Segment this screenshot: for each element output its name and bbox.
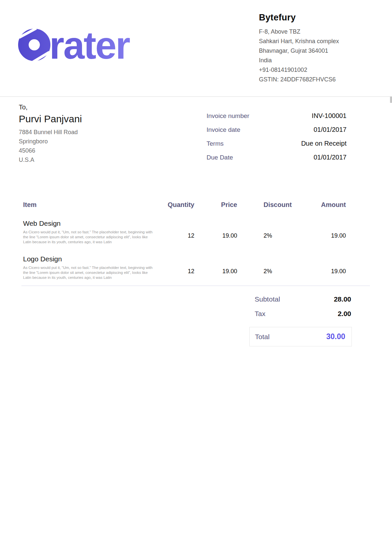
crater-logo-mark-icon: [19, 28, 49, 62]
company-gstin: GSTIN: 24DDF7682FHVCS6: [259, 75, 384, 84]
item-description: As Cicero would put it, “Um, not so fast…: [23, 230, 156, 245]
item-description: As Cicero would put it, “Um, not so fast…: [23, 265, 156, 280]
item-quantity: 12: [156, 255, 194, 275]
customer-address-line: U.S.A: [19, 155, 157, 164]
totals-divider: [21, 285, 370, 286]
invoice-number-row: Invoice number INV-100001: [207, 111, 347, 120]
total-box: Total 30.00: [249, 327, 352, 346]
company-address: F-8, Above TBZ Sahkari Hart, Krishna com…: [259, 27, 384, 84]
item-amount: 19.00: [296, 219, 346, 239]
item-name: Web Design: [23, 219, 156, 227]
due-date-value: 01/01/2017: [314, 153, 347, 162]
invoice-date-value: 01/01/2017: [314, 125, 347, 134]
tax-label: Tax: [255, 310, 266, 318]
invoice-header: rater Bytefury F-8, Above TBZ Sahkari Ha…: [0, 0, 392, 97]
company-phone: +91-08141901002: [259, 65, 384, 75]
item-discount: 2%: [237, 219, 296, 239]
tax-row: Tax 2.00: [249, 310, 352, 318]
item-amount: 19.00: [296, 255, 346, 275]
item-price: 19.00: [194, 255, 237, 275]
total-label: Total: [255, 333, 269, 341]
due-date-row: Due Date 01/01/2017: [207, 153, 347, 162]
customer-address-line: 7884 Bunnel Hill Road: [19, 128, 157, 137]
items-table: Item Quantity Price Discount Amount Web …: [23, 201, 346, 280]
company-block: Bytefury F-8, Above TBZ Sahkari Hart, Kr…: [259, 13, 384, 84]
company-name: Bytefury: [259, 13, 384, 23]
item-quantity: 12: [156, 219, 194, 239]
company-address-line: Sahkari Hart, Krishna complex: [259, 37, 384, 46]
invoice-number-label: Invoice number: [207, 111, 249, 120]
table-row: Web Design As Cicero would put it, “Um, …: [23, 219, 346, 245]
header-item: Item: [23, 201, 156, 209]
item-cell: Web Design As Cicero would put it, “Um, …: [23, 219, 156, 245]
company-address-line: F-8, Above TBZ: [259, 27, 384, 37]
crater-logo-text: rater: [49, 24, 130, 63]
header-quantity: Quantity: [156, 201, 194, 209]
total-value: 30.00: [326, 332, 345, 341]
item-discount: 2%: [237, 255, 296, 275]
crater-logo: rater: [14, 22, 159, 63]
due-date-label: Due Date: [207, 153, 233, 162]
bill-to-block: To, Purvi Panjvani 7884 Bunnel Hill Road…: [19, 103, 157, 164]
customer-address-line: 45066: [19, 146, 157, 155]
subtotal-value: 28.00: [334, 295, 351, 303]
table-row: Logo Design As Cicero would put it, “Um,…: [23, 255, 346, 280]
terms-row: Terms Due on Receipt: [207, 139, 347, 148]
tax-value: 2.00: [338, 310, 351, 318]
terms-label: Terms: [207, 139, 224, 148]
header-discount: Discount: [237, 201, 296, 209]
invoice-document: rater Bytefury F-8, Above TBZ Sahkari Ha…: [0, 0, 392, 555]
customer-name: Purvi Panjvani: [19, 113, 157, 125]
invoice-date-label: Invoice date: [207, 125, 240, 134]
customer-address-line: Springboro: [19, 137, 157, 146]
invoice-date-row: Invoice date 01/01/2017: [207, 125, 347, 134]
header-amount: Amount: [296, 201, 346, 209]
crater-logo-graphic: rater: [14, 22, 159, 63]
header-price: Price: [194, 201, 237, 209]
terms-value: Due on Receipt: [301, 139, 347, 148]
subtotal-label: Subtotal: [255, 295, 280, 303]
customer-address: 7884 Bunnel Hill Road Springboro 45066 U…: [19, 128, 157, 164]
subtotal-row: Subtotal 28.00: [249, 295, 352, 303]
items-table-header: Item Quantity Price Discount Amount: [23, 201, 346, 209]
company-address-line: India: [259, 56, 384, 65]
scrollbar-thumb[interactable]: [390, 97, 392, 103]
bill-to-label: To,: [19, 103, 157, 111]
totals-block: Subtotal 28.00 Tax 2.00 Total 30.00: [249, 291, 352, 346]
item-price: 19.00: [194, 219, 237, 239]
item-cell: Logo Design As Cicero would put it, “Um,…: [23, 255, 156, 280]
invoice-meta: Invoice number INV-100001 Invoice date 0…: [207, 111, 347, 167]
item-name: Logo Design: [23, 255, 156, 263]
invoice-number-value: INV-100001: [312, 111, 347, 120]
company-address-line: Bhavnagar, Gujrat 364001: [259, 46, 384, 56]
